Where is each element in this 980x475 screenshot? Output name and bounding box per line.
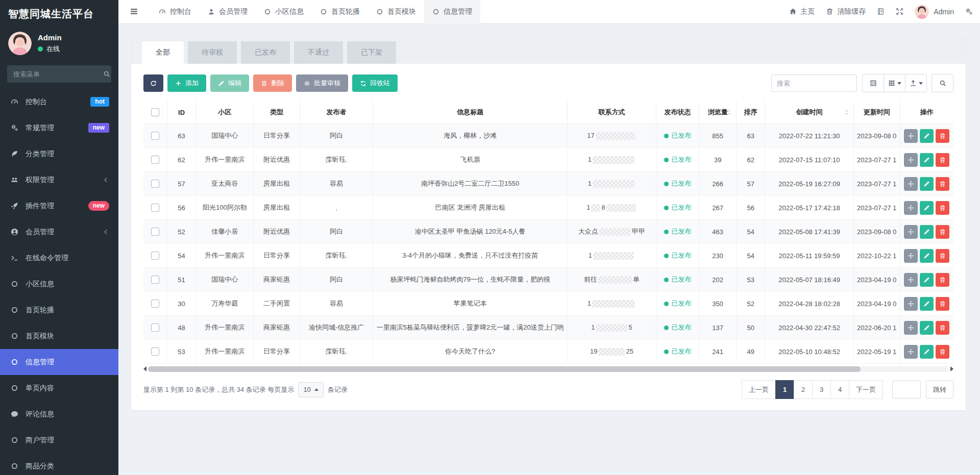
column-header-信息标题[interactable]: 信息标题 (373, 101, 568, 124)
column-header-联系方式[interactable]: 联系方式 (568, 101, 656, 124)
sidebar-item-单页内容[interactable]: 单页内容 (0, 375, 118, 401)
refresh-button[interactable] (143, 74, 163, 92)
fullscreen-icon[interactable] (896, 8, 903, 15)
scroll-left-arrow-icon[interactable] (143, 366, 146, 371)
jump-button[interactable]: 跳转 (926, 381, 953, 398)
topbar-user[interactable]: Admin (915, 5, 954, 19)
row-delete-button[interactable] (936, 321, 949, 335)
sidebar-item-商品分类[interactable]: 商品分类 (0, 453, 118, 475)
sidebar-search-input[interactable] (13, 70, 103, 78)
topnav-item-控制台[interactable]: 控制台 (151, 0, 200, 23)
row-delete-button[interactable] (936, 177, 949, 191)
column-header-ID[interactable]: ID (167, 101, 195, 124)
columns-button[interactable] (884, 74, 905, 92)
row-edit-button[interactable] (920, 345, 934, 359)
tab-已下架[interactable]: 已下架 (347, 41, 396, 64)
row-delete-button[interactable] (936, 153, 949, 167)
sidebar-item-会员管理[interactable]: 会员管理 (0, 219, 118, 245)
add-button[interactable]: 添加 (167, 74, 206, 92)
sort-icon[interactable] (726, 109, 733, 116)
topnav-item-信息管理[interactable]: 信息管理 (424, 0, 480, 23)
row-delete-button[interactable] (936, 297, 949, 311)
row-delete-button[interactable] (936, 345, 949, 359)
row-edit-button[interactable] (920, 201, 934, 215)
row-delete-button[interactable] (936, 225, 949, 239)
column-header-操作[interactable]: 操作 (900, 101, 953, 124)
row-checkbox[interactable] (151, 180, 159, 188)
sidebar-item-权限管理[interactable]: 权限管理 (0, 167, 118, 193)
row-edit-button[interactable] (920, 297, 934, 311)
row-checkbox[interactable] (151, 323, 159, 332)
tab-已发布[interactable]: 已发布 (241, 41, 290, 64)
row-move-button[interactable] (904, 129, 918, 143)
tab-待审核[interactable]: 待审核 (188, 41, 237, 64)
prev-page-button[interactable]: 上一页 (742, 380, 776, 399)
sidebar-item-插件管理[interactable]: 插件管理new (0, 193, 118, 219)
tab-不通过[interactable]: 不通过 (294, 41, 343, 64)
page-button-4[interactable]: 4 (830, 380, 849, 399)
row-checkbox[interactable] (151, 347, 159, 356)
settings-gears-icon[interactable] (965, 8, 973, 15)
row-delete-button[interactable] (936, 273, 949, 287)
column-header-排序[interactable]: 排序 (736, 101, 765, 124)
clear-cache-link[interactable]: 清除缓存 (826, 7, 866, 16)
select-all-checkbox[interactable] (151, 108, 159, 116)
topnav-item-首页轮播[interactable]: 首页轮播 (312, 0, 368, 23)
row-checkbox[interactable] (151, 299, 159, 308)
jump-page-input[interactable] (892, 381, 921, 398)
scroll-right-arrow-icon[interactable] (950, 366, 953, 371)
row-delete-button[interactable] (936, 201, 949, 215)
column-header-类型[interactable]: 类型 (254, 101, 300, 124)
row-edit-button[interactable] (920, 225, 934, 239)
home-link[interactable]: 主页 (789, 7, 815, 16)
sidebar-item-首页轮播[interactable]: 首页轮播 (0, 297, 118, 323)
column-header-更新时间[interactable]: 更新时间 (853, 101, 900, 124)
row-move-button[interactable] (904, 225, 918, 239)
sidebar-item-商户管理[interactable]: 商户管理 (0, 427, 118, 453)
sort-icon[interactable] (843, 109, 850, 116)
search-button[interactable] (932, 74, 953, 92)
row-delete-button[interactable] (936, 249, 949, 263)
row-move-button[interactable] (904, 177, 918, 191)
page-button-3[interactable]: 3 (812, 380, 831, 399)
row-move-button[interactable] (904, 345, 918, 359)
row-edit-button[interactable] (920, 273, 934, 287)
batch-audit-button[interactable]: 批量审核 (296, 74, 348, 92)
sidebar-item-首页模块[interactable]: 首页模块 (0, 323, 118, 349)
row-move-button[interactable] (904, 297, 918, 311)
next-page-button[interactable]: 下一页 (849, 380, 883, 399)
hamburger-icon[interactable] (125, 0, 143, 23)
row-edit-button[interactable] (920, 153, 934, 167)
scrollbar-track[interactable] (148, 366, 949, 372)
row-edit-button[interactable] (920, 177, 934, 191)
column-header-小区[interactable]: 小区 (196, 101, 254, 124)
row-move-button[interactable] (904, 249, 918, 263)
sidebar-item-信息管理[interactable]: 信息管理 (0, 349, 118, 375)
detail-view-button[interactable] (862, 74, 884, 92)
topnav-item-小区信息[interactable]: 小区信息 (256, 0, 312, 23)
sidebar-item-分类管理[interactable]: 分类管理 (0, 141, 118, 167)
row-edit-button[interactable] (920, 321, 934, 335)
row-delete-button[interactable] (936, 129, 949, 143)
sidebar-item-控制台[interactable]: 控制台hot (0, 89, 118, 115)
column-header-浏览量[interactable]: 浏览量 (699, 101, 737, 124)
tab-全部[interactable]: 全部 (142, 41, 184, 64)
delete-button[interactable]: 删除 (253, 74, 292, 92)
recycle-button[interactable]: 回收站 (352, 74, 398, 92)
row-checkbox[interactable] (151, 156, 159, 164)
row-edit-button[interactable] (920, 249, 934, 263)
scrollbar-thumb[interactable] (148, 366, 861, 372)
page-button-2[interactable]: 2 (794, 380, 813, 399)
row-checkbox[interactable] (151, 132, 159, 140)
edit-button[interactable]: 编辑 (210, 74, 249, 92)
export-button[interactable] (905, 74, 927, 92)
column-header-发布状态[interactable]: 发布状态 (656, 101, 699, 124)
column-header-创建时间[interactable]: 创建时间 (765, 101, 853, 124)
topnav-item-会员管理[interactable]: 会员管理 (200, 0, 256, 23)
sidebar-item-在线命令管理[interactable]: 在线命令管理 (0, 245, 118, 271)
page-size-select[interactable]: 10 (298, 382, 323, 397)
log-icon[interactable] (877, 8, 885, 15)
row-edit-button[interactable] (920, 129, 934, 143)
sidebar-item-小区信息[interactable]: 小区信息 (0, 271, 118, 297)
topnav-item-首页模块[interactable]: 首页模块 (368, 0, 424, 23)
